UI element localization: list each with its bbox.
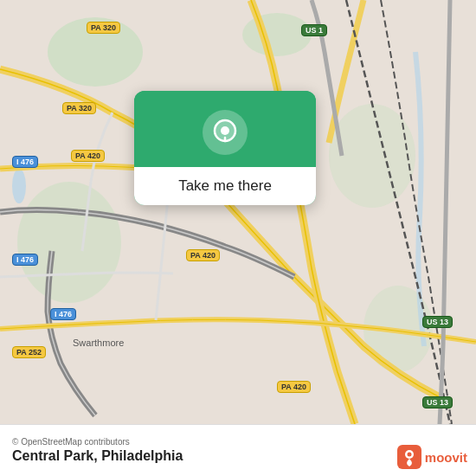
moovit-logo: moovit	[397, 445, 467, 469]
road-label-pa420-mid: PA 420	[71, 150, 105, 162]
moovit-icon	[397, 445, 421, 469]
road-label-us1-top: US 1	[301, 24, 327, 36]
road-label-us13-bot: US 13	[422, 396, 453, 408]
map-container: US 1 PA 320 PA 320 US 1 PA 420 I 476 PA …	[0, 0, 476, 424]
town-label-swarthmore: Swarthmore	[73, 338, 124, 348]
road-label-pa320-mid: PA 320	[62, 102, 96, 114]
svg-point-11	[407, 453, 411, 457]
map-callout: Take me there	[134, 91, 316, 205]
take-me-there-button[interactable]: Take me there	[134, 167, 316, 205]
road-label-pa420-center: PA 420	[186, 249, 220, 261]
svg-point-6	[12, 169, 26, 203]
road-label-us13-top: US 13	[422, 316, 453, 328]
map-roads	[0, 0, 476, 424]
road-label-i476-mid: I 476	[12, 254, 38, 266]
road-label-pa320-top: PA 320	[87, 22, 120, 34]
moovit-text: moovit	[425, 450, 467, 465]
svg-point-3	[17, 182, 121, 303]
road-label-i476-top: I 476	[12, 156, 38, 168]
road-label-pa420-bot: PA 420	[277, 381, 311, 393]
location-pin-icon	[203, 110, 248, 155]
copyright-text: © OpenStreetMap contributors	[12, 437, 183, 447]
callout-icon-area	[134, 91, 316, 167]
svg-point-8	[221, 126, 229, 135]
road-label-i476-bot: I 476	[50, 308, 76, 320]
location-title: Central Park, Philadelphia	[12, 448, 183, 464]
bottom-bar: © OpenStreetMap contributors Central Par…	[0, 424, 476, 476]
road-label-pa252: PA 252	[12, 346, 46, 358]
